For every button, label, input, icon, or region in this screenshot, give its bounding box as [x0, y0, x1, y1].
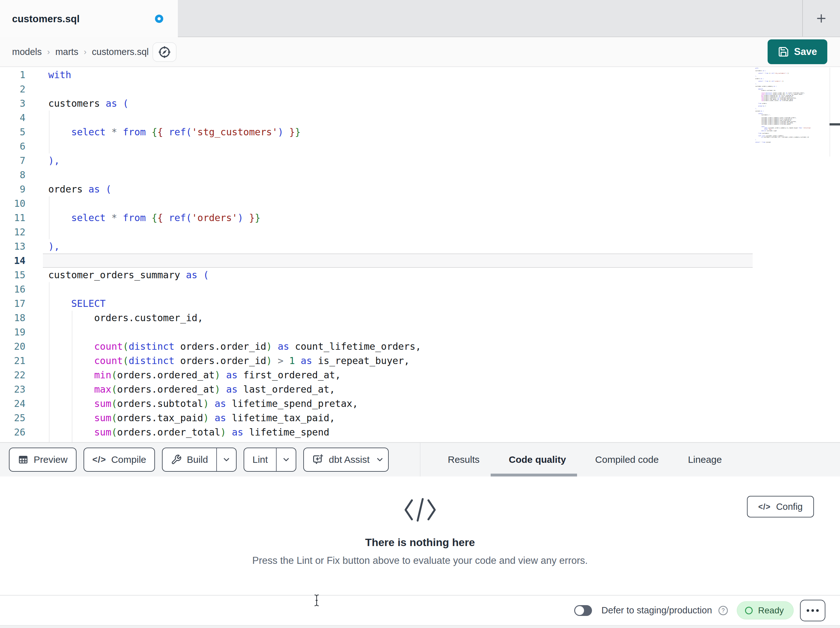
- code-line[interactable]: 12: [0, 225, 840, 239]
- line-number: 8: [0, 168, 25, 182]
- tab-customers-sql[interactable]: customers.sql: [0, 0, 178, 38]
- ellipsis-icon: [807, 609, 809, 612]
- lint-main[interactable]: Lint: [244, 448, 276, 471]
- line-number: 17: [0, 296, 25, 311]
- compile-button[interactable]: </> Compile: [84, 448, 155, 472]
- chat-sparkle-icon: [312, 454, 324, 465]
- breadcrumb-marts[interactable]: marts: [55, 47, 79, 57]
- panel-tabs: Results Code quality Compiled code Linea…: [448, 443, 722, 476]
- line-number: 24: [0, 396, 25, 411]
- breadcrumb-bar: models › marts › customers.sql Save: [0, 37, 840, 67]
- wrench-icon: [171, 454, 182, 465]
- table-icon: [18, 454, 28, 465]
- line-number: 11: [0, 210, 25, 225]
- compass-icon: [158, 45, 172, 59]
- help-button[interactable]: ?: [718, 605, 728, 616]
- line-number: 10: [0, 196, 25, 210]
- code-line[interactable]: 11 select * from {{ ref('orders') }}: [0, 210, 840, 225]
- code-line[interactable]: 14: [0, 253, 840, 268]
- line-number: 2: [0, 82, 25, 96]
- more-options-button[interactable]: [800, 600, 826, 621]
- code-line[interactable]: 18 orders.customer_id,: [0, 311, 840, 325]
- code-line[interactable]: 7),: [0, 153, 840, 168]
- save-button[interactable]: Save: [767, 40, 827, 64]
- line-number: 23: [0, 382, 25, 396]
- dbt-assist-label: dbt Assist: [329, 454, 369, 465]
- lint-dropdown-button[interactable]: [276, 448, 296, 471]
- line-number: 21: [0, 354, 25, 368]
- defer-toggle[interactable]: [574, 605, 592, 616]
- code-lines: 1with23customers as (45 select * from {{…: [0, 68, 840, 439]
- line-number: 7: [0, 153, 25, 168]
- code-line[interactable]: 23 max(orders.ordered_at) as last_ordere…: [0, 382, 840, 396]
- code-line[interactable]: 24 sum(orders.subtotal) as lifetime_spen…: [0, 396, 840, 411]
- code-line[interactable]: 17 SELECT: [0, 296, 840, 311]
- line-number: 14: [0, 253, 25, 268]
- breadcrumb: models › marts › customers.sql: [12, 37, 148, 66]
- action-toolbar: Preview </> Compile Build Lint: [0, 442, 840, 476]
- tab-code-quality[interactable]: Code quality: [509, 454, 566, 465]
- breadcrumb-current-file: customers.sql: [92, 47, 148, 57]
- active-tab-underline: [491, 474, 577, 476]
- save-floppy-icon: [778, 46, 789, 57]
- code-line[interactable]: 16: [0, 282, 840, 296]
- tab-bar: customers.sql: [0, 0, 840, 37]
- code-line[interactable]: 22 min(orders.ordered_at) as first_order…: [0, 368, 840, 382]
- code-line[interactable]: 5 select * from {{ ref('stg_customers') …: [0, 125, 840, 139]
- window-bottom-edge: [0, 625, 840, 628]
- code-line[interactable]: 13),: [0, 239, 840, 253]
- tab-compiled-code[interactable]: Compiled code: [595, 454, 658, 465]
- code-line[interactable]: 1with: [0, 68, 840, 82]
- breadcrumb-separator: ›: [47, 47, 50, 57]
- new-tab-button[interactable]: [814, 11, 829, 26]
- toolbar-separator: [420, 443, 420, 476]
- tab-lineage[interactable]: Lineage: [688, 454, 722, 465]
- code-line[interactable]: 4: [0, 111, 840, 125]
- code-line[interactable]: 26 sum(orders.order_total) as lifetime_s…: [0, 425, 840, 439]
- dbt-assist-button[interactable]: dbt Assist: [303, 448, 388, 472]
- code-line[interactable]: 20 count(distinct orders.order_id) as co…: [0, 339, 840, 354]
- build-dropdown-button[interactable]: [216, 448, 236, 471]
- code-line[interactable]: 3customers as (: [0, 96, 840, 111]
- minimap[interactable]: withcustomers as ( select * from {{ ref(…: [755, 68, 829, 145]
- status-badge[interactable]: Ready: [737, 601, 794, 619]
- line-number: 9: [0, 182, 25, 196]
- lint-button: Lint: [243, 448, 296, 472]
- line-number: 13: [0, 239, 25, 253]
- empty-state-title: There is nothing here: [365, 536, 475, 549]
- unsaved-changes-dot-icon: [155, 14, 163, 23]
- save-label: Save: [794, 46, 817, 57]
- line-number: 3: [0, 96, 25, 111]
- build-main[interactable]: Build: [163, 448, 216, 471]
- preview-label: Preview: [34, 454, 68, 465]
- empty-state: There is nothing here Press the Lint or …: [0, 476, 840, 566]
- line-number: 26: [0, 425, 25, 439]
- code-icon: </>: [758, 502, 771, 511]
- tab-title: customers.sql: [12, 13, 80, 25]
- code-line[interactable]: 21 count(distinct orders.order_id) > 1 a…: [0, 354, 840, 368]
- build-label: Build: [187, 454, 208, 465]
- code-line[interactable]: 6: [0, 139, 840, 153]
- tab-results[interactable]: Results: [448, 454, 480, 465]
- status-bar: Defer to staging/production ? Ready: [0, 595, 840, 625]
- line-number: 4: [0, 111, 25, 125]
- code-line[interactable]: 8: [0, 168, 840, 182]
- line-number: 15: [0, 268, 25, 282]
- line-number: 1: [0, 68, 25, 82]
- config-button[interactable]: </> Config: [747, 496, 814, 517]
- code-line[interactable]: 2: [0, 82, 840, 96]
- line-number: 18: [0, 311, 25, 325]
- code-editor[interactable]: 1with23customers as (45 select * from {{…: [0, 67, 840, 442]
- preview-button[interactable]: Preview: [9, 448, 77, 472]
- code-line[interactable]: 10: [0, 196, 840, 210]
- code-slash-icon: [404, 497, 437, 522]
- explore-lineage-button[interactable]: [152, 42, 177, 62]
- line-number: 5: [0, 125, 25, 139]
- code-line[interactable]: 19: [0, 325, 840, 339]
- lint-label: Lint: [253, 454, 268, 465]
- breadcrumb-models[interactable]: models: [12, 47, 42, 57]
- defer-label: Defer to staging/production: [602, 605, 712, 615]
- code-line[interactable]: 25 sum(orders.tax_paid) as lifetime_tax_…: [0, 411, 840, 425]
- code-line[interactable]: 15customer_orders_summary as (: [0, 268, 840, 282]
- code-line[interactable]: 9orders as (: [0, 182, 840, 196]
